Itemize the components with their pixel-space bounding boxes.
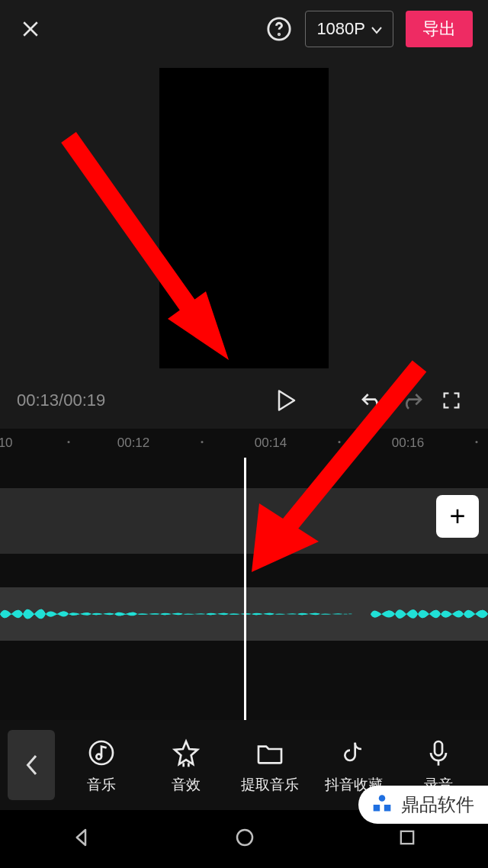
star-icon	[171, 735, 201, 770]
svg-point-14	[237, 830, 252, 845]
export-button[interactable]: 导出	[406, 11, 473, 47]
microphone-icon	[423, 735, 454, 770]
nav-back[interactable]	[70, 826, 93, 852]
svg-rect-18	[384, 805, 390, 812]
add-clip-button[interactable]: +	[436, 495, 479, 538]
timeline-ruler[interactable]: 0:10 00:12 00:14 00:16	[0, 429, 488, 458]
preview-area[interactable]	[0, 58, 488, 378]
ruler-label: 0:10	[0, 436, 13, 451]
tiktok-icon	[339, 735, 369, 770]
tool-sound-effect[interactable]: 音效	[143, 735, 227, 795]
close-button[interactable]	[15, 14, 46, 44]
ruler-tick	[201, 441, 204, 443]
svg-rect-12	[435, 741, 442, 755]
folder-icon	[255, 735, 285, 770]
tool-label: 音乐	[87, 775, 116, 795]
tool-label: 提取音乐	[241, 775, 299, 795]
ruler-tick	[339, 441, 341, 443]
watermark: 鼎品软件	[358, 786, 488, 824]
resolution-select[interactable]: 1080P	[305, 11, 393, 47]
ruler-label: 00:14	[255, 436, 287, 451]
ruler-label: 00:16	[392, 436, 425, 451]
nav-recent[interactable]	[396, 827, 418, 851]
playhead[interactable]	[244, 458, 246, 740]
time-display: 00:13/00:19	[17, 391, 105, 410]
redo-button[interactable]	[392, 381, 432, 420]
ruler-tick	[476, 441, 478, 443]
video-preview	[159, 68, 329, 368]
ruler-label: 00:12	[117, 436, 150, 451]
svg-point-16	[379, 795, 386, 802]
watermark-text: 鼎品软件	[401, 792, 474, 817]
svg-rect-17	[374, 805, 380, 812]
export-label: 导出	[422, 18, 456, 40]
fullscreen-button[interactable]	[432, 381, 471, 420]
chevron-down-icon	[371, 19, 382, 39]
ruler-tick	[68, 441, 70, 443]
plus-icon: +	[449, 500, 465, 532]
watermark-logo-icon	[369, 792, 395, 818]
tool-music[interactable]: 音乐	[59, 735, 143, 795]
undo-button[interactable]	[352, 381, 392, 420]
nav-home[interactable]	[233, 826, 256, 852]
svg-point-3	[279, 34, 280, 34]
tool-extract-music[interactable]: 提取音乐	[228, 735, 312, 795]
help-button[interactable]	[264, 14, 294, 44]
music-icon	[86, 735, 117, 770]
tool-label: 音效	[172, 775, 201, 795]
play-button[interactable]	[267, 381, 307, 420]
svg-rect-15	[401, 831, 413, 844]
back-button[interactable]	[8, 730, 55, 800]
resolution-label: 1080P	[316, 19, 365, 39]
